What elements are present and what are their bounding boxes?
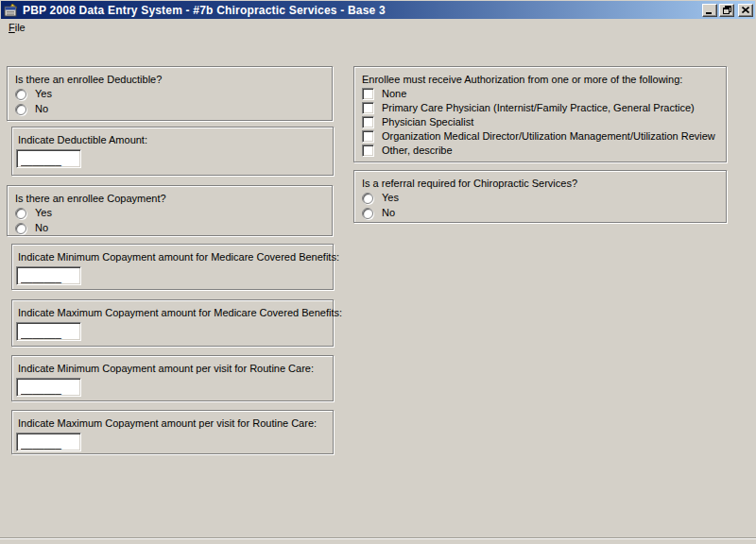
checkbox-row-specialist: Physician Specialist bbox=[362, 116, 718, 128]
checkbox-label: Physician Specialist bbox=[382, 116, 473, 128]
authorization-specialist-checkbox[interactable] bbox=[362, 116, 374, 128]
copayment-yes-radio[interactable] bbox=[15, 208, 26, 219]
deductible-amount-input[interactable] bbox=[16, 149, 81, 168]
close-icon bbox=[742, 7, 749, 13]
radio-label: Yes bbox=[35, 88, 52, 100]
group-max-copay-routine: Indicate Maximum Copayment amount per vi… bbox=[11, 410, 334, 454]
checkbox-row-other: Other, describe bbox=[362, 144, 718, 157]
radio-row-referral-no: No bbox=[362, 207, 718, 219]
group-title: Is there an enrollee Copayment? bbox=[15, 193, 324, 205]
minimize-icon bbox=[706, 7, 713, 14]
window-controls bbox=[700, 4, 753, 17]
minimize-button[interactable] bbox=[702, 4, 717, 17]
radio-row-referral-yes: Yes bbox=[362, 192, 718, 204]
group-title: Enrollee must receive Authorization from… bbox=[362, 74, 718, 86]
restore-button[interactable] bbox=[719, 4, 734, 17]
window-title: PBP 2008 Data Entry System - #7b Chiropr… bbox=[23, 4, 386, 17]
deductible-yes-radio[interactable] bbox=[15, 89, 26, 100]
authorization-pcp-checkbox[interactable] bbox=[362, 102, 374, 114]
group-title: Indicate Maximum Copayment amount per vi… bbox=[18, 417, 325, 430]
radio-label: Yes bbox=[382, 192, 399, 204]
taskbar-body[interactable] bbox=[0, 539, 756, 544]
menu-bar: File bbox=[1, 19, 755, 36]
min-copay-medicare-input[interactable] bbox=[16, 266, 81, 285]
radio-row-copayment-yes: Yes bbox=[15, 207, 324, 219]
restore-icon bbox=[723, 6, 731, 14]
group-authorization: Enrollee must receive Authorization from… bbox=[353, 66, 727, 162]
menu-file[interactable]: File bbox=[3, 20, 31, 35]
application-window: { "window": { "title": "PBP 2008 Data En… bbox=[0, 0, 756, 544]
group-min-copay-routine: Indicate Minimum Copayment amount per vi… bbox=[11, 355, 334, 401]
close-button[interactable] bbox=[738, 4, 753, 17]
checkbox-label: None bbox=[382, 88, 406, 100]
checkbox-label: Organization Medical Director/Utilizatio… bbox=[382, 130, 715, 143]
checkbox-row-none: None bbox=[362, 88, 718, 100]
group-max-copay-medicare: Indicate Maximum Copayment amount for Me… bbox=[11, 299, 334, 347]
checkbox-row-pcp: Primary Care Physician (Internist/Family… bbox=[362, 102, 718, 114]
radio-label: No bbox=[35, 222, 48, 234]
checkbox-row-org-director: Organization Medical Director/Utilizatio… bbox=[362, 130, 718, 143]
checkbox-label: Other, describe bbox=[382, 144, 453, 157]
group-referral-question: Is a referral required for Chiropractic … bbox=[353, 170, 727, 223]
referral-yes-radio[interactable] bbox=[362, 193, 373, 204]
group-copayment-question: Is there an enrollee Copayment? Yes No bbox=[7, 185, 333, 236]
taskbar-top-edge bbox=[0, 537, 756, 544]
radio-label: No bbox=[35, 103, 48, 115]
authorization-none-checkbox[interactable] bbox=[362, 88, 374, 100]
deductible-no-radio[interactable] bbox=[15, 104, 26, 115]
group-title: Indicate Minimum Copayment amount per vi… bbox=[18, 363, 325, 375]
radio-row-copayment-no: No bbox=[15, 222, 324, 234]
group-min-copay-medicare: Indicate Minimum Copayment amount for Me… bbox=[11, 244, 334, 290]
copayment-no-radio[interactable] bbox=[15, 223, 26, 234]
group-title: Indicate Maximum Copayment amount for Me… bbox=[18, 307, 325, 319]
referral-no-radio[interactable] bbox=[362, 208, 373, 219]
checkbox-label: Primary Care Physician (Internist/Family… bbox=[382, 102, 695, 114]
group-title: Indicate Minimum Copayment amount for Me… bbox=[18, 251, 325, 264]
authorization-other-checkbox[interactable] bbox=[362, 144, 374, 157]
radio-row-deductible-yes: Yes bbox=[15, 88, 324, 100]
group-deductible-question: Is there an enrollee Deductible? Yes No bbox=[7, 66, 333, 121]
radio-row-deductible-no: No bbox=[15, 103, 324, 115]
group-title: Is a referral required for Chiropractic … bbox=[362, 178, 718, 190]
max-copay-medicare-input[interactable] bbox=[16, 322, 81, 341]
min-copay-routine-input[interactable] bbox=[16, 378, 81, 397]
window-titlebar[interactable]: PBP 2008 Data Entry System - #7b Chiropr… bbox=[1, 1, 755, 19]
group-title: Is there an enrollee Deductible? bbox=[15, 74, 324, 86]
app-icon bbox=[4, 3, 19, 18]
radio-label: No bbox=[382, 207, 395, 219]
max-copay-routine-input[interactable] bbox=[16, 433, 81, 451]
authorization-org-director-checkbox[interactable] bbox=[362, 130, 374, 143]
radio-label: Yes bbox=[35, 207, 52, 219]
group-title: Indicate Deductible Amount: bbox=[18, 134, 325, 146]
group-deductible-amount: Indicate Deductible Amount: bbox=[11, 127, 334, 176]
